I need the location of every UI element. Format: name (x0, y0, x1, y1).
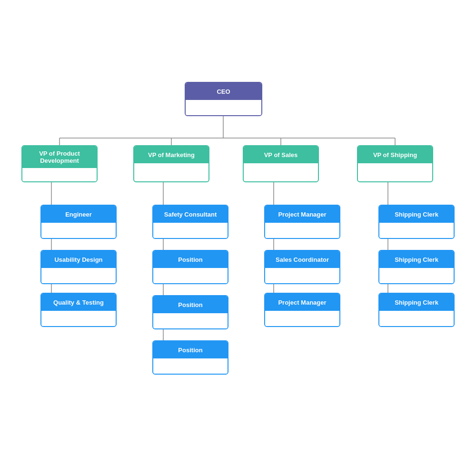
vp-product-label: VP of Product Development (22, 146, 97, 168)
position2-label: Position (153, 296, 228, 313)
ship2-label: Shipping Clerk (379, 251, 454, 268)
ship2-body (379, 268, 454, 284)
proj-mgr2-label: Project Manager (265, 294, 339, 311)
position1-label: Position (153, 251, 228, 268)
vp-sales-body (244, 163, 318, 180)
safety-label: Safety Consultant (153, 206, 228, 223)
quality-body (41, 311, 116, 327)
ship1-body (379, 223, 454, 239)
usability-label: Usability Design (41, 251, 116, 268)
proj-mgr2-node: Project Manager (264, 293, 340, 327)
vp-product-node: VP of Product Development (21, 145, 98, 182)
position3-body (153, 358, 228, 375)
ship1-label: Shipping Clerk (379, 206, 454, 223)
ship3-body (379, 311, 454, 327)
vp-product-body (22, 168, 97, 182)
position2-node: Position (152, 295, 228, 329)
vp-marketing-node: VP of Marketing (133, 145, 209, 182)
engineer-body (41, 223, 116, 239)
engineer-node: Engineer (40, 205, 117, 239)
proj-mgr1-body (265, 223, 339, 239)
proj-mgr1-label: Project Manager (265, 206, 339, 223)
org-chart: CEO VP of Product Development VP of Mark… (0, 0, 476, 476)
usability-body (41, 268, 116, 284)
ceo-node: CEO (185, 82, 262, 116)
proj-mgr2-body (265, 311, 339, 327)
vp-sales-label: VP of Sales (244, 146, 318, 163)
ship1-node: Shipping Clerk (378, 205, 455, 239)
ceo-body (186, 100, 261, 116)
usability-node: Usability Design (40, 250, 117, 284)
position3-label: Position (153, 341, 228, 358)
ship2-node: Shipping Clerk (378, 250, 455, 284)
quality-node: Quality & Testing (40, 293, 117, 327)
position3-node: Position (152, 340, 228, 375)
position1-body (153, 268, 228, 284)
position1-node: Position (152, 250, 228, 284)
sales-coord-node: Sales Coordinator (264, 250, 340, 284)
ship3-label: Shipping Clerk (379, 294, 454, 311)
vp-shipping-node: VP of Shipping (357, 145, 433, 182)
ship3-node: Shipping Clerk (378, 293, 455, 327)
engineer-label: Engineer (41, 206, 116, 223)
proj-mgr1-node: Project Manager (264, 205, 340, 239)
quality-label: Quality & Testing (41, 294, 116, 311)
vp-shipping-label: VP of Shipping (358, 146, 432, 163)
position2-body (153, 313, 228, 329)
vp-marketing-body (134, 163, 208, 180)
ceo-label: CEO (186, 83, 261, 100)
safety-body (153, 223, 228, 239)
sales-coord-body (265, 268, 339, 284)
vp-sales-node: VP of Sales (243, 145, 319, 182)
vp-shipping-body (358, 163, 432, 180)
safety-node: Safety Consultant (152, 205, 228, 239)
sales-coord-label: Sales Coordinator (265, 251, 339, 268)
vp-marketing-label: VP of Marketing (134, 146, 208, 163)
